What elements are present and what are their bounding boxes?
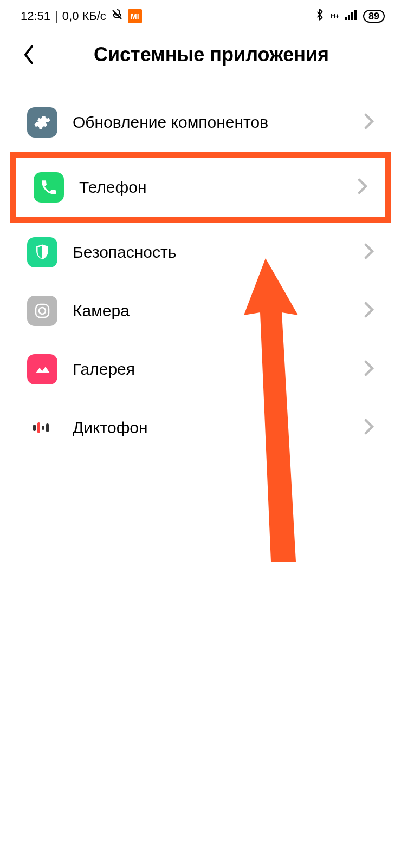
svg-rect-2 xyxy=(351,12,353,20)
svg-rect-6 xyxy=(33,425,36,431)
page-header: Системные приложения xyxy=(0,27,401,77)
shield-icon xyxy=(27,237,57,267)
item-label: Телефон xyxy=(79,178,342,197)
item-label: Камера xyxy=(73,302,349,320)
signal-icon xyxy=(345,9,358,23)
page-title: Системные приложения xyxy=(43,43,379,66)
svg-rect-0 xyxy=(345,17,347,20)
gear-icon xyxy=(27,107,57,138)
svg-rect-1 xyxy=(348,15,350,20)
battery-indicator: 89 xyxy=(363,10,385,23)
bluetooth-icon xyxy=(314,8,325,24)
back-button[interactable] xyxy=(22,44,46,66)
status-right: H+ 89 xyxy=(314,8,385,24)
item-label: Обновление компонентов xyxy=(73,113,349,132)
svg-rect-3 xyxy=(354,10,357,20)
mute-icon xyxy=(111,8,124,24)
phone-icon xyxy=(34,172,64,203)
network-type: H+ xyxy=(331,12,339,20)
status-left: 12:51 | 0,0 КБ/с MI xyxy=(21,8,142,24)
item-label: Безопасность xyxy=(73,243,349,262)
chevron-right-icon xyxy=(364,302,374,320)
status-bar: 12:51 | 0,0 КБ/с MI H+ 89 xyxy=(0,0,401,27)
svg-rect-7 xyxy=(37,422,40,433)
mi-badge-icon: MI xyxy=(128,9,142,23)
app-list: Обновление компонентов Телефон Безопасно… xyxy=(0,77,401,457)
item-label: Галерея xyxy=(73,360,349,378)
chevron-right-icon xyxy=(364,113,374,132)
status-time: 12:51 xyxy=(21,9,50,23)
chevron-right-icon xyxy=(364,360,374,378)
list-item-security[interactable]: Безопасность xyxy=(0,223,401,282)
svg-rect-4 xyxy=(36,304,49,317)
list-item-gallery[interactable]: Галерея xyxy=(0,340,401,399)
svg-rect-9 xyxy=(46,423,49,432)
list-item-camera[interactable]: Камера xyxy=(0,282,401,340)
svg-rect-8 xyxy=(42,426,44,430)
status-net-speed: 0,0 КБ/с xyxy=(62,9,106,23)
chevron-right-icon xyxy=(364,419,374,437)
list-item-phone[interactable]: Телефон xyxy=(10,152,391,223)
gallery-icon xyxy=(27,354,57,384)
list-item-updater[interactable]: Обновление компонентов xyxy=(0,93,401,152)
chevron-right-icon xyxy=(358,178,367,197)
svg-point-5 xyxy=(39,308,46,314)
recorder-icon xyxy=(27,413,57,443)
chevron-right-icon xyxy=(364,243,374,262)
camera-icon xyxy=(27,296,57,326)
list-item-recorder[interactable]: Диктофон xyxy=(0,399,401,457)
item-label: Диктофон xyxy=(73,419,349,437)
